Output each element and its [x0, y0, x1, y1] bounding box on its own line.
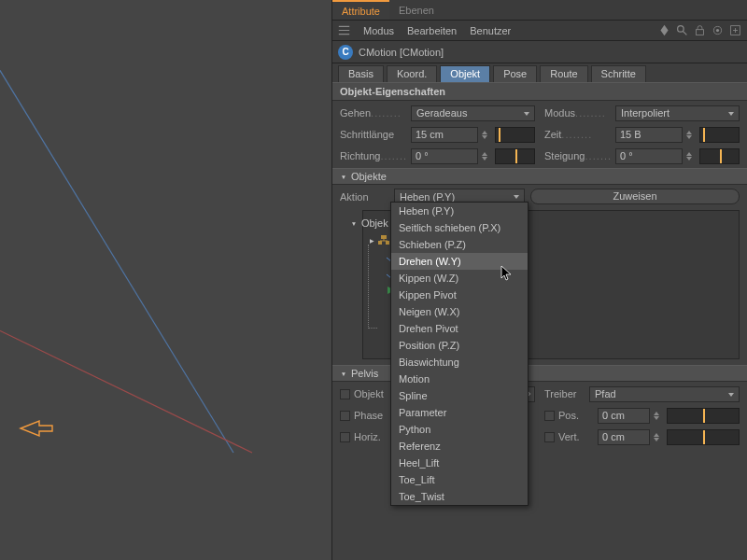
- svg-rect-8: [386, 241, 389, 245]
- tree-root: Objek: [361, 217, 388, 229]
- spinner[interactable]: [686, 127, 696, 143]
- menu-icon[interactable]: [338, 24, 350, 36]
- subtab-route[interactable]: Route: [540, 65, 587, 82]
- grid-line: [0, 313, 252, 453]
- arrow-gizmo: [21, 421, 52, 436]
- viewport-3d[interactable]: [0, 0, 331, 560]
- label-steigung: Steigung: [544, 150, 612, 161]
- dropdown-modus[interactable]: Interpoliert: [615, 105, 740, 121]
- tab-ebenen[interactable]: Ebenen: [389, 0, 444, 20]
- spinner[interactable]: [654, 429, 663, 445]
- label-schrittlaenge: Schrittlänge: [340, 129, 407, 140]
- dropdown-option[interactable]: Seitlich schieben (P.X): [391, 219, 528, 236]
- field-zeit[interactable]: 15 B: [615, 127, 683, 143]
- cursor-icon: [500, 265, 512, 282]
- slider-steigung[interactable]: [699, 148, 740, 164]
- slider-vert[interactable]: [667, 429, 740, 445]
- subtab-schritte[interactable]: Schritte: [591, 65, 646, 82]
- subtab-koord[interactable]: Koord.: [387, 65, 437, 82]
- object-header: C CMotion [CMotion]: [332, 41, 747, 63]
- button-zuweisen[interactable]: Zuweisen: [530, 189, 740, 204]
- label-zeit: Zeit: [544, 129, 612, 140]
- field-steigung[interactable]: 0 °: [615, 148, 683, 164]
- dropdown-option[interactable]: Spline: [391, 387, 528, 404]
- section-objekt-eigenschaften: Objekt-Eigenschaften: [332, 82, 747, 101]
- dropdown-option[interactable]: Python: [391, 421, 528, 438]
- svg-marker-0: [21, 421, 52, 436]
- group-objekte[interactable]: Objekte: [332, 168, 747, 185]
- dropdown-option[interactable]: Toe_Lift: [391, 471, 528, 488]
- field-pos[interactable]: 0 cm: [598, 408, 650, 424]
- dropdown-option[interactable]: Heben (P.Y): [391, 203, 528, 219]
- object-subtabs: Basis Koord. Objekt Pose Route Schritte: [332, 63, 747, 82]
- subtab-objekt[interactable]: Objekt: [440, 65, 490, 82]
- svg-rect-6: [381, 235, 387, 239]
- grid-line: [0, 9, 233, 453]
- dropdown-option[interactable]: Schieben (P.Z): [391, 236, 528, 253]
- spinner[interactable]: [654, 408, 663, 424]
- dropdown-option[interactable]: Parameter: [391, 404, 528, 421]
- settings-icon[interactable]: [712, 24, 724, 36]
- new-panel-icon[interactable]: [729, 24, 741, 36]
- slider-richtung[interactable]: [495, 148, 535, 164]
- slider-zeit[interactable]: [699, 127, 740, 143]
- svg-point-3: [716, 29, 719, 32]
- dropdown-option[interactable]: Kippen Pivot: [391, 287, 528, 303]
- dropdown-option[interactable]: Heel_Lift: [391, 455, 528, 471]
- checkbox-horiz[interactable]: [340, 432, 350, 442]
- label-pos: Pos.: [558, 410, 594, 421]
- label-modus: Modus: [544, 107, 612, 119]
- dropdown-option[interactable]: Position (P.Z): [391, 337, 528, 354]
- subtab-basis[interactable]: Basis: [338, 65, 384, 82]
- label-richtung: Richtung: [340, 150, 407, 161]
- dropdown-option[interactable]: Toe_Twist: [391, 488, 528, 505]
- cmotion-icon: C: [338, 45, 353, 60]
- disclosure-icon: [340, 171, 347, 182]
- label-gehen: Gehen: [340, 107, 407, 119]
- label-treiber: Treiber: [544, 388, 585, 399]
- dropdown-option[interactable]: Biaswichtung: [391, 354, 528, 371]
- menu-modus[interactable]: Modus: [363, 25, 394, 36]
- disclosure-icon: [340, 368, 347, 379]
- field-schrittlaenge[interactable]: 15 cm: [411, 127, 478, 143]
- field-vert[interactable]: 0 cm: [598, 429, 650, 445]
- svg-point-1: [678, 26, 684, 33]
- panel-tabs: Attribute Ebenen: [332, 0, 747, 21]
- disclosure-icon[interactable]: [350, 217, 358, 229]
- dropdown-treiber[interactable]: Pfad: [589, 386, 740, 402]
- spinner[interactable]: [482, 127, 491, 143]
- slider-pos[interactable]: [667, 408, 740, 424]
- svg-rect-7: [378, 241, 382, 245]
- slider-schrittlaenge[interactable]: [495, 127, 535, 143]
- checkbox-vert[interactable]: [544, 432, 555, 442]
- svg-rect-2: [696, 30, 703, 35]
- hub-icon: [378, 234, 389, 245]
- lock-icon[interactable]: [694, 24, 706, 36]
- field-richtung[interactable]: 0 °: [411, 148, 478, 164]
- aktion-dropdown-popup[interactable]: Heben (P.Y)Seitlich schieben (P.X)Schieb…: [390, 202, 529, 506]
- checkbox-phase[interactable]: [340, 411, 350, 421]
- spinner[interactable]: [482, 148, 491, 164]
- attributes-toolbar: Modus Bearbeiten Benutzer: [332, 21, 747, 41]
- search-icon[interactable]: [676, 24, 688, 36]
- dropdown-option[interactable]: Neigen (W.X): [391, 303, 528, 320]
- nav-arrow-icon[interactable]: [658, 24, 670, 36]
- dropdown-option[interactable]: Drehen Pivot: [391, 320, 528, 337]
- dropdown-option[interactable]: Motion: [391, 371, 528, 387]
- label-vert: Vert.: [558, 431, 594, 442]
- checkbox-objekt[interactable]: [340, 389, 350, 399]
- menu-bearbeiten[interactable]: Bearbeiten: [407, 25, 457, 36]
- object-title: CMotion [CMotion]: [359, 47, 444, 58]
- subtab-pose[interactable]: Pose: [493, 65, 537, 82]
- menu-benutzer[interactable]: Benutzer: [470, 25, 511, 36]
- dropdown-gehen[interactable]: Geradeaus: [411, 105, 535, 121]
- dropdown-option[interactable]: Referenz: [391, 438, 528, 455]
- checkbox-pos[interactable]: [544, 411, 555, 421]
- tab-attribute[interactable]: Attribute: [332, 0, 389, 20]
- spinner[interactable]: [686, 148, 696, 164]
- label-aktion: Aktion: [340, 191, 388, 203]
